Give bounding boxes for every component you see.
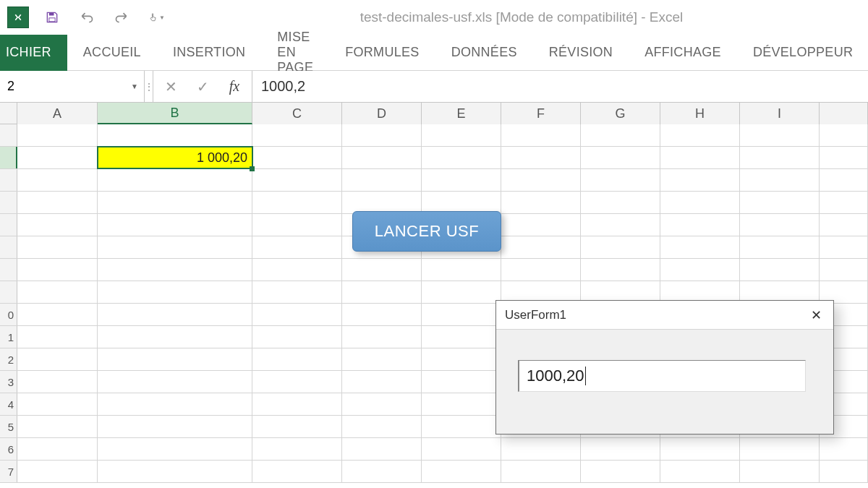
cell[interactable] (422, 393, 501, 415)
cell[interactable] (740, 147, 820, 168)
cell[interactable] (820, 461, 868, 482)
cell[interactable] (252, 304, 342, 325)
enter-formula-icon[interactable]: ✓ (190, 74, 216, 100)
cell[interactable] (820, 214, 868, 236)
tab-revision[interactable]: RÉVISION (533, 35, 629, 71)
cell[interactable] (252, 326, 342, 348)
cell[interactable] (660, 438, 740, 460)
cell[interactable] (820, 147, 868, 168)
cell[interactable] (660, 236, 740, 258)
row-header[interactable] (0, 169, 17, 191)
cell[interactable] (660, 147, 740, 168)
cell[interactable] (98, 214, 252, 236)
cell[interactable] (342, 438, 422, 460)
cell[interactable] (252, 461, 342, 482)
cell[interactable] (252, 147, 342, 168)
cell[interactable] (252, 393, 342, 415)
col-header-extra[interactable] (820, 103, 868, 124)
cell[interactable] (17, 124, 98, 146)
cell[interactable] (740, 259, 820, 281)
cell[interactable] (252, 416, 342, 437)
cell[interactable] (17, 236, 98, 258)
cell[interactable] (581, 147, 660, 168)
cell[interactable] (98, 348, 252, 370)
row-header[interactable]: 3 (0, 371, 17, 393)
cell[interactable] (252, 259, 342, 281)
cell[interactable] (98, 371, 252, 393)
cell[interactable] (422, 259, 501, 281)
cell[interactable] (581, 438, 660, 460)
formula-input[interactable]: 1000,2 (252, 71, 868, 102)
row-header[interactable] (0, 214, 17, 236)
touch-mode-icon[interactable]: ▼ (148, 9, 165, 26)
cell[interactable] (98, 236, 252, 258)
tab-affichage[interactable]: AFFICHAGE (629, 35, 737, 71)
col-header-I[interactable]: I (740, 103, 820, 124)
cell[interactable] (422, 124, 501, 146)
cell[interactable] (422, 304, 501, 325)
row-header[interactable]: 4 (0, 393, 17, 415)
cell[interactable] (501, 124, 581, 146)
cell[interactable] (660, 259, 740, 281)
cell[interactable] (17, 393, 98, 415)
cell[interactable] (98, 281, 252, 303)
row-header[interactable]: 1 (0, 326, 17, 348)
cell[interactable] (422, 416, 501, 437)
cell[interactable] (17, 416, 98, 437)
row-header[interactable] (0, 192, 17, 213)
cell[interactable] (660, 169, 740, 191)
row-header[interactable]: 2 (0, 348, 17, 370)
cell[interactable] (98, 169, 252, 191)
cell[interactable] (17, 192, 98, 213)
col-header-B[interactable]: B (98, 103, 252, 124)
cell[interactable] (342, 348, 422, 370)
lancer-usf-button[interactable]: LANCER USF (352, 211, 501, 252)
cell[interactable] (740, 214, 820, 236)
cell[interactable] (342, 416, 422, 437)
cell[interactable] (17, 438, 98, 460)
cell[interactable] (17, 304, 98, 325)
cell[interactable] (98, 416, 252, 437)
tab-developpeur[interactable]: DÉVELOPPEUR (737, 35, 868, 71)
cell[interactable] (422, 281, 501, 303)
cell[interactable] (820, 124, 868, 146)
row-header[interactable] (0, 281, 17, 303)
cell[interactable] (422, 371, 501, 393)
cell[interactable] (740, 438, 820, 460)
select-all-corner[interactable] (0, 103, 17, 124)
row-header[interactable] (0, 236, 17, 258)
cell[interactable] (581, 124, 660, 146)
cell[interactable] (501, 461, 581, 482)
cell[interactable] (17, 259, 98, 281)
cell[interactable] (422, 147, 501, 168)
cell[interactable] (581, 259, 660, 281)
cell[interactable] (660, 214, 740, 236)
cell[interactable] (501, 169, 581, 191)
cell[interactable] (501, 236, 581, 258)
cell[interactable] (820, 169, 868, 191)
cell[interactable] (342, 393, 422, 415)
col-header-D[interactable]: D (342, 103, 422, 124)
col-header-C[interactable]: C (252, 103, 342, 124)
cell[interactable] (660, 192, 740, 213)
cell[interactable] (98, 326, 252, 348)
cell[interactable] (581, 461, 660, 482)
cell[interactable] (342, 192, 422, 213)
cell[interactable] (252, 192, 342, 213)
tab-donnees[interactable]: DONNÉES (435, 35, 533, 71)
cell[interactable] (820, 236, 868, 258)
cell[interactable] (581, 236, 660, 258)
excel-app-icon[interactable] (7, 7, 29, 28)
cell[interactable] (501, 192, 581, 213)
userform-dialog[interactable]: UserForm1 ✕ 1000,20 (495, 300, 834, 435)
userform-titlebar[interactable]: UserForm1 ✕ (496, 301, 833, 330)
col-header-A[interactable]: A (17, 103, 98, 124)
cell[interactable] (740, 124, 820, 146)
cell[interactable] (740, 169, 820, 191)
col-header-E[interactable]: E (422, 103, 501, 124)
active-cell-B2[interactable]: 1 000,20 (98, 147, 252, 168)
cell[interactable] (252, 281, 342, 303)
cell[interactable] (342, 259, 422, 281)
cell[interactable] (98, 438, 252, 460)
cell[interactable] (252, 348, 342, 370)
